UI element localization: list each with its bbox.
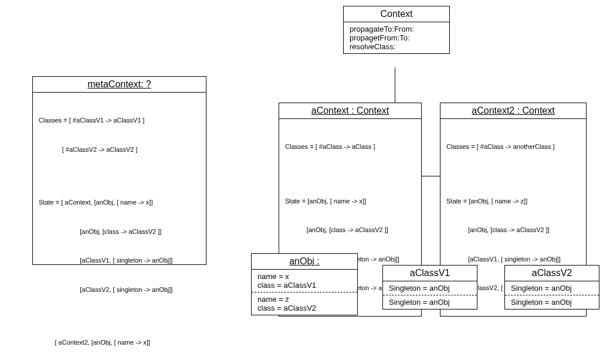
state-line: State = [anObj, [ name -> x]] — [285, 196, 415, 206]
context-class-box: Context propagateTo:From: propagetFrom:T… — [343, 6, 450, 54]
diagram-canvas: Context propagateTo:From: propagetFrom:T… — [0, 0, 610, 364]
acontext2-title: aContext2 : Context — [440, 103, 586, 119]
aclassv2-box: aClassV2 Singleton = anObj Singleton = a… — [504, 265, 599, 309]
prop: name = x — [257, 272, 351, 281]
metacontext-body: Classes = [ #aClassV1 -> aClassV1 ] [ #a… — [33, 93, 206, 364]
prop: class = aClassV2 — [257, 304, 351, 312]
state-line: [anObj, [class -> aClassV2 ]] — [39, 227, 200, 237]
acontext-title: aContext : Context — [279, 103, 421, 119]
aclassv1-title: aClassV1 — [383, 266, 477, 281]
prop: class = aClassV1 — [257, 281, 351, 290]
aclassv2-top: Singleton = anObj — [505, 281, 599, 295]
classes-line: Classes = [ #aClassV1 -> aClassV1 ] — [39, 115, 200, 125]
state-line: [ aContext2, [anObj, [ name -> x]] — [39, 338, 200, 348]
state-line: [aClassV1, [ singleton -> anObj]] — [446, 254, 580, 264]
state-line: [anObj, [class -> aClassV2 ]] — [285, 225, 415, 235]
metacontext-title: metaContext: ? — [33, 77, 206, 93]
classes-line: [ #aClassV2 -> aClassV2 ] — [39, 145, 200, 155]
anobj-title: anObj : — [252, 254, 357, 270]
state-line: State = [ aContext, [anObj, [ name -> x]… — [39, 198, 200, 207]
anobj-bottom: name = z class = aClassV2 — [252, 292, 357, 315]
metacontext-box: metaContext: ? Classes = [ #aClassV1 -> … — [32, 76, 206, 265]
aclassv2-bottom: Singleton = anObj — [505, 295, 599, 309]
state-line: [anObj, [class -> aClassV2 ]] — [446, 225, 580, 235]
state-line: State = [anObj, [ name -> z]] — [446, 196, 580, 206]
context-methods: propagateTo:From: propagetFrom:To: resol… — [344, 22, 449, 53]
state-line: [aClassV1, [ singleton -> anObj]] — [39, 256, 200, 266]
anobj-top: name = x class = aClassV1 — [252, 270, 357, 292]
method: propagateTo:From: — [350, 25, 443, 33]
line-context-to-acontext — [395, 67, 395, 103]
aclassv1-box: aClassV1 Singleton = anObj Singleton = a… — [382, 265, 477, 309]
line-acontext-to-acontext2 — [421, 176, 440, 176]
aclassv2-title: aClassV2 — [505, 266, 599, 281]
anobj-box: anObj : name = x class = aClassV1 name =… — [251, 253, 358, 315]
state-line: [aClassV2, [ singleton -> anObj]] — [39, 285, 200, 295]
method: resolveClass: — [350, 42, 443, 51]
classes-line: Classes = [ #aClass -> anotherClass ] — [446, 142, 580, 152]
aclassv1-top: Singleton = anObj — [383, 281, 477, 295]
aclassv1-bottom: Singleton = anObj — [383, 295, 477, 309]
classes-line: Classes = [ #aClass -> aClass ] — [285, 142, 415, 152]
context-title: Context — [344, 6, 449, 22]
prop: name = z — [257, 295, 351, 304]
method: propagetFrom:To: — [350, 33, 443, 42]
